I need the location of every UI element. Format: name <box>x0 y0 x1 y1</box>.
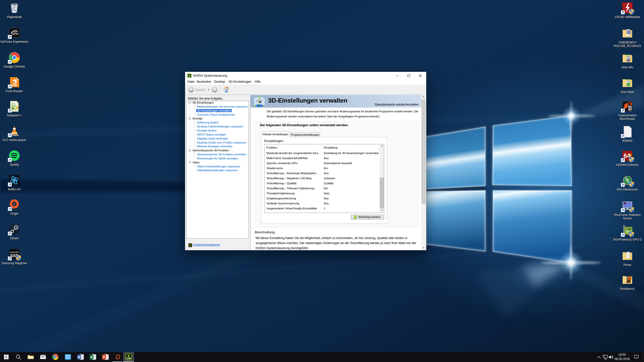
svg-text:Zurück: Zurück <box>195 88 205 92</box>
svg-text:P: P <box>103 355 105 359</box>
svg-text:PDF: PDF <box>12 84 18 87</box>
svg-text:W: W <box>77 355 81 359</box>
svg-text:60: 60 <box>624 203 626 205</box>
svg-text:SAMSUNG: SAMSUNG <box>10 251 19 253</box>
svg-text:X: X <box>90 355 93 359</box>
